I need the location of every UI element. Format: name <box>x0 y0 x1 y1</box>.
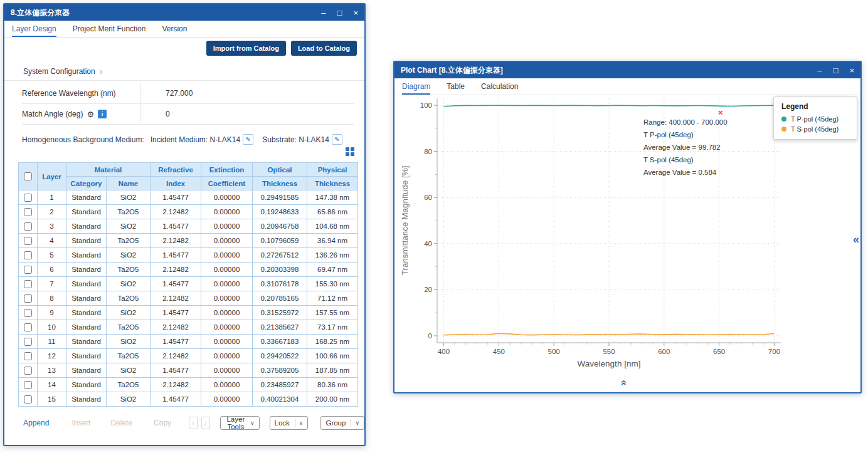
cell-optical[interactable]: 0.33667183 <box>253 335 307 349</box>
cell-physical[interactable]: 80.36 nm <box>307 378 358 392</box>
cell-extinction[interactable]: 0.00000 <box>201 234 253 248</box>
cell-category[interactable]: Standard <box>66 234 107 248</box>
cell-extinction[interactable]: 0.00000 <box>201 349 253 363</box>
cell-extinction[interactable]: 0.00000 <box>201 306 253 320</box>
cell-category[interactable]: Standard <box>66 363 107 378</box>
cell-physical[interactable]: 104.68 nm <box>307 219 358 234</box>
table-row[interactable]: 8StandardTa2O52.124820.000000.2078516571… <box>19 291 358 306</box>
cell-physical[interactable]: 187.85 nm <box>307 363 358 378</box>
cell-name[interactable]: SiO2 <box>107 392 151 407</box>
row-checkbox[interactable] <box>24 338 32 346</box>
cell-name[interactable]: Ta2O5 <box>107 378 151 392</box>
layer-matrix-icon[interactable] <box>346 147 354 156</box>
cell-category[interactable]: Standard <box>66 248 107 263</box>
cell-optical[interactable]: 0.20946758 <box>253 219 307 234</box>
system-configuration-section[interactable]: System Configuration › <box>4 62 364 81</box>
import-from-catalog-button[interactable]: Import from Catalog <box>206 41 286 56</box>
cell-name[interactable]: Ta2O5 <box>107 291 151 306</box>
cell-refractive[interactable]: 1.45477 <box>151 190 201 205</box>
cell-name[interactable]: Ta2O5 <box>107 349 151 363</box>
cell-name[interactable]: SiO2 <box>107 363 151 378</box>
table-row[interactable]: 9StandardSiO21.454770.000000.31525972157… <box>19 306 358 320</box>
cell-physical[interactable]: 36.94 nm <box>307 234 358 248</box>
row-checkbox[interactable] <box>24 266 32 274</box>
cell-optical[interactable]: 0.10796059 <box>253 234 307 248</box>
edit-incident-medium-icon[interactable]: ✎ <box>243 134 253 145</box>
row-checkbox[interactable] <box>24 280 32 288</box>
tab-diagram[interactable]: Diagram <box>402 78 430 95</box>
close-icon[interactable]: × <box>849 66 854 75</box>
lock-dropdown[interactable]: Lock ∨ <box>270 416 309 430</box>
append-button[interactable]: Append <box>23 419 49 427</box>
cell-refractive[interactable]: 1.45477 <box>151 306 201 320</box>
cell-layer[interactable]: 4 <box>38 234 66 248</box>
cell-refractive[interactable]: 2.12482 <box>151 263 201 277</box>
cell-layer[interactable]: 10 <box>38 320 66 335</box>
cell-optical[interactable]: 0.29420522 <box>253 349 307 363</box>
cell-refractive[interactable]: 1.45477 <box>151 335 201 349</box>
cell-extinction[interactable]: 0.00000 <box>201 363 253 378</box>
cell-physical[interactable]: 73.17 nm <box>307 320 358 335</box>
cell-extinction[interactable]: 0.00000 <box>201 263 253 277</box>
cell-name[interactable]: Ta2O5 <box>107 320 151 335</box>
cell-physical[interactable]: 136.26 nm <box>307 248 358 263</box>
cell-optical[interactable]: 0.31525972 <box>253 306 307 320</box>
cell-optical[interactable]: 0.27267512 <box>253 248 307 263</box>
cell-extinction[interactable]: 0.00000 <box>201 205 253 219</box>
cell-extinction[interactable]: 0.00000 <box>201 277 253 291</box>
cell-category[interactable]: Standard <box>66 190 107 205</box>
cell-extinction[interactable]: 0.00000 <box>201 392 253 407</box>
cell-category[interactable]: Standard <box>66 205 107 219</box>
cell-name[interactable]: SiO2 <box>107 190 151 205</box>
chart-area[interactable]: 400450500550600650700020406080100Wavelen… <box>394 95 860 392</box>
tab-version[interactable]: Version <box>162 21 187 37</box>
row-checkbox[interactable] <box>24 367 32 375</box>
table-row[interactable]: 14StandardTa2O52.124820.000000.234859278… <box>19 378 358 392</box>
cell-category[interactable]: Standard <box>66 277 107 291</box>
cell-optical[interactable]: 0.21385627 <box>253 320 307 335</box>
table-row[interactable]: 6StandardTa2O52.124820.000000.2030339869… <box>19 263 358 277</box>
cell-layer[interactable]: 1 <box>38 190 66 205</box>
delete-button[interactable]: Delete <box>110 419 132 427</box>
cell-refractive[interactable]: 1.45477 <box>151 277 201 291</box>
cell-refractive[interactable]: 1.45477 <box>151 219 201 234</box>
cell-category[interactable]: Standard <box>66 392 107 407</box>
cell-layer[interactable]: 6 <box>38 263 66 277</box>
cell-physical[interactable]: 71.12 nm <box>307 291 358 306</box>
cell-category[interactable]: Standard <box>66 263 107 277</box>
row-checkbox[interactable] <box>24 208 32 216</box>
cell-extinction[interactable]: 0.00000 <box>201 190 253 205</box>
cell-name[interactable]: Ta2O5 <box>107 263 151 277</box>
cell-name[interactable]: SiO2 <box>107 306 151 320</box>
cell-physical[interactable]: 147.38 nm <box>307 190 358 205</box>
cell-physical[interactable]: 100.66 nm <box>307 349 358 363</box>
cell-physical[interactable]: 168.25 nm <box>307 335 358 349</box>
cell-layer[interactable]: 12 <box>38 349 66 363</box>
cell-extinction[interactable]: 0.00000 <box>201 248 253 263</box>
cell-refractive[interactable]: 2.12482 <box>151 291 201 306</box>
cell-layer[interactable]: 8 <box>38 291 66 306</box>
table-row[interactable]: 5StandardSiO21.454770.000000.27267512136… <box>19 248 358 263</box>
table-row[interactable]: 4StandardTa2O52.124820.000000.1079605936… <box>19 234 358 248</box>
cell-optical[interactable]: 0.23485927 <box>253 378 307 392</box>
cell-name[interactable]: SiO2 <box>107 335 151 349</box>
cell-category[interactable]: Standard <box>66 306 107 320</box>
tab-calculation[interactable]: Calculation <box>481 78 518 95</box>
cell-layer[interactable]: 5 <box>38 248 66 263</box>
cell-optical[interactable]: 0.37589205 <box>253 363 307 378</box>
cell-refractive[interactable]: 1.45477 <box>151 392 201 407</box>
down-arrow-icon[interactable]: ↓ <box>204 420 207 427</box>
transmittance-chart-svg[interactable]: 400450500550600650700020406080100Wavelen… <box>394 95 860 393</box>
cell-category[interactable]: Standard <box>66 219 107 234</box>
cell-refractive[interactable]: 1.45477 <box>151 363 201 378</box>
collapse-panel-up-icon[interactable]: « <box>618 380 630 386</box>
table-row[interactable]: 13StandardSiO21.454770.000000.3758920518… <box>19 363 358 378</box>
close-icon[interactable]: × <box>353 9 358 17</box>
cell-optical[interactable]: 0.20785165 <box>253 291 307 306</box>
cell-physical[interactable]: 157.55 nm <box>307 306 358 320</box>
table-row[interactable]: 10StandardTa2O52.124820.000000.213856277… <box>19 320 358 335</box>
cell-layer[interactable]: 7 <box>38 277 66 291</box>
cell-refractive[interactable]: 2.12482 <box>151 349 201 363</box>
cell-refractive[interactable]: 2.12482 <box>151 320 201 335</box>
row-checkbox[interactable] <box>24 194 32 202</box>
